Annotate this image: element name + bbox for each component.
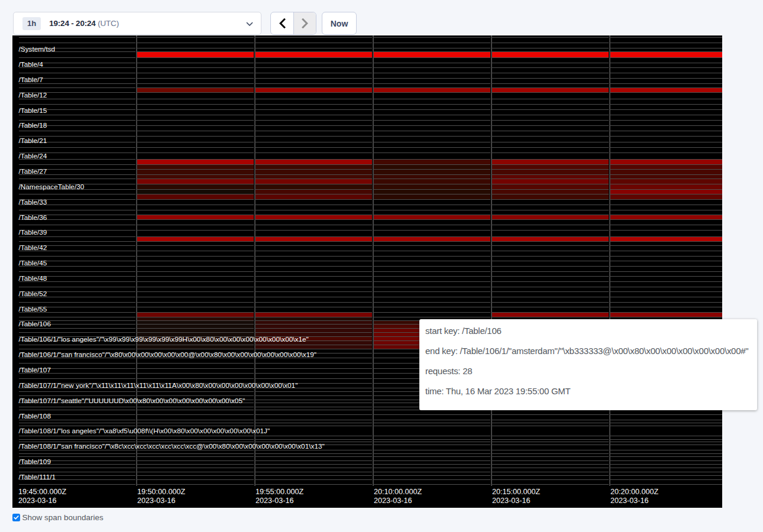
svg-text:/Table/107/1/"new york"/"\x11\: /Table/107/1/"new york"/"\x11\x11\x11\x1… (19, 381, 298, 390)
svg-text:/Table/48: /Table/48 (19, 274, 47, 283)
svg-text:/Table/24: /Table/24 (19, 152, 47, 160)
svg-text:2023-03-16: 2023-03-16 (610, 497, 648, 505)
svg-text:/Table/15: /Table/15 (19, 106, 47, 115)
svg-text:/Table/55: /Table/55 (19, 305, 47, 313)
svg-text:/Table/106/1/"los angeles"/"\x: /Table/106/1/"los angeles"/"\x99\x99\x99… (19, 335, 309, 343)
svg-text:/Table/18: /Table/18 (19, 121, 47, 129)
svg-text:20:10:00.000Z: 20:10:00.000Z (374, 488, 422, 496)
svg-text:/Table/52: /Table/52 (19, 290, 47, 298)
svg-text:/Table/7: /Table/7 (19, 76, 43, 84)
svg-text:/Table/21: /Table/21 (19, 137, 47, 145)
svg-text:/Table/12: /Table/12 (19, 91, 47, 99)
svg-text:/Table/108: /Table/108 (19, 412, 51, 420)
svg-text:/Table/107/1/"seattle"/"UUUUUU: /Table/107/1/"seattle"/"UUUUUUD\x00\x80\… (19, 397, 245, 405)
svg-text:/Table/4: /Table/4 (19, 60, 44, 69)
svg-text:20:15:00.000Z: 20:15:00.000Z (492, 488, 541, 496)
svg-text:/Table/108/1/"los angeles"/"\x: /Table/108/1/"los angeles"/"\xa8\xf5\u00… (19, 427, 270, 435)
svg-text:/NamespaceTable/30: /NamespaceTable/30 (19, 183, 85, 191)
svg-text:2023-03-16: 2023-03-16 (18, 497, 56, 505)
svg-text:/Table/111/1: /Table/111/1 (19, 473, 56, 481)
svg-text:20:20:00.000Z: 20:20:00.000Z (610, 488, 659, 496)
svg-text:/Table/45: /Table/45 (19, 259, 47, 267)
svg-text:/Table/27: /Table/27 (19, 167, 47, 176)
svg-text:/Table/36: /Table/36 (19, 213, 47, 222)
svg-text:2023-03-16: 2023-03-16 (137, 497, 175, 505)
svg-text:19:50:00.000Z: 19:50:00.000Z (137, 488, 186, 496)
svg-text:19:45:00.000Z: 19:45:00.000Z (18, 488, 67, 496)
svg-text:19:55:00.000Z: 19:55:00.000Z (256, 488, 304, 496)
svg-text:/Table/106: /Table/106 (19, 320, 51, 328)
svg-text:/Table/42: /Table/42 (19, 244, 47, 252)
svg-text:/System/tsd: /System/tsd (19, 45, 56, 53)
svg-text:2023-03-16: 2023-03-16 (492, 497, 530, 505)
svg-text:2023-03-16: 2023-03-16 (256, 497, 293, 505)
svg-text:/Table/106/1/"san francisco"/": /Table/106/1/"san francisco"/"\x80\x00\x… (19, 351, 317, 359)
svg-text:2023-03-16: 2023-03-16 (374, 497, 412, 505)
svg-text:/Table/109: /Table/109 (19, 458, 51, 466)
svg-text:/Table/107: /Table/107 (19, 366, 51, 374)
svg-text:/Table/33: /Table/33 (19, 198, 47, 206)
svg-text:/Table/108/1/"san francisco"/": /Table/108/1/"san francisco"/"\x8c\xcc\x… (19, 442, 325, 450)
svg-text:/Table/39: /Table/39 (19, 228, 47, 236)
